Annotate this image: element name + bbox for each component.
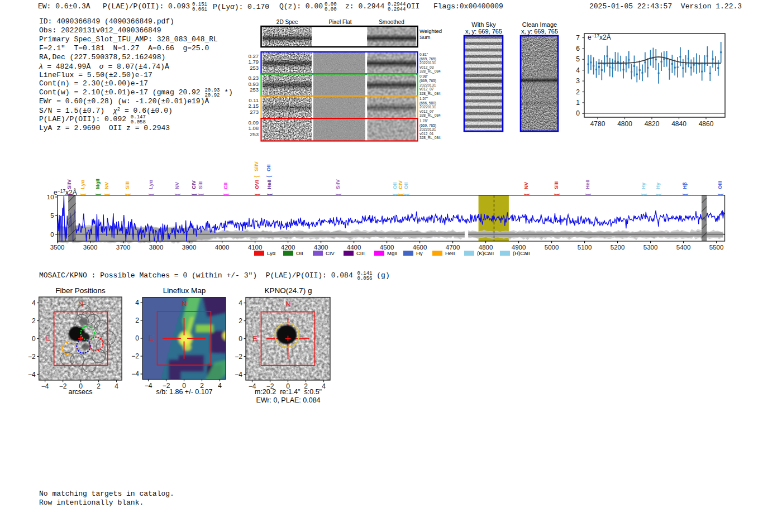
svg-text:4: 4 bbox=[115, 382, 118, 390]
svg-text:e−17x2Å: e−17x2Å bbox=[588, 33, 611, 41]
svg-text:3700: 3700 bbox=[116, 244, 131, 251]
svg-text:4840: 4840 bbox=[671, 120, 686, 128]
svg-text:−2: −2 bbox=[235, 353, 242, 361]
svg-text:5: 5 bbox=[50, 212, 54, 219]
svg-text:4200: 4200 bbox=[281, 244, 295, 251]
svg-text:4: 4 bbox=[135, 299, 139, 306]
svg-text:−2: −2 bbox=[59, 382, 67, 390]
svg-text:0: 0 bbox=[576, 109, 580, 117]
svg-text:2: 2 bbox=[97, 382, 101, 390]
svg-text:4780: 4780 bbox=[590, 120, 605, 128]
svg-text:3800: 3800 bbox=[149, 244, 164, 251]
svg-text:4: 4 bbox=[239, 299, 242, 307]
svg-text:2: 2 bbox=[576, 88, 580, 96]
svg-text:−2: −2 bbox=[131, 352, 139, 360]
svg-text:5400: 5400 bbox=[676, 244, 691, 251]
svg-text:0: 0 bbox=[239, 335, 242, 343]
svg-text:e−17x2Å: e−17x2Å bbox=[54, 188, 77, 196]
svg-text:5000: 5000 bbox=[545, 244, 559, 251]
svg-text:−4: −4 bbox=[145, 382, 152, 390]
svg-text:6: 6 bbox=[576, 45, 580, 52]
svg-text:5300: 5300 bbox=[643, 244, 658, 251]
svg-text:−2: −2 bbox=[28, 353, 36, 361]
svg-text:3500: 3500 bbox=[50, 244, 65, 251]
svg-text:3: 3 bbox=[576, 77, 580, 85]
svg-text:2: 2 bbox=[135, 317, 139, 324]
svg-text:4860: 4860 bbox=[699, 120, 714, 128]
svg-text:4000: 4000 bbox=[215, 244, 230, 251]
svg-text:1: 1 bbox=[576, 99, 580, 107]
svg-text:4: 4 bbox=[576, 66, 580, 74]
svg-text:2: 2 bbox=[239, 317, 242, 325]
svg-text:5100: 5100 bbox=[578, 244, 592, 251]
svg-text:4: 4 bbox=[322, 382, 326, 390]
svg-text:4100: 4100 bbox=[248, 244, 263, 251]
svg-text:−4: −4 bbox=[235, 371, 242, 378]
svg-text:10: 10 bbox=[47, 194, 54, 200]
svg-text:5: 5 bbox=[576, 55, 580, 63]
svg-text:4800: 4800 bbox=[617, 120, 632, 128]
svg-text:−4: −4 bbox=[41, 382, 49, 390]
svg-text:3900: 3900 bbox=[182, 244, 197, 251]
svg-text:0: 0 bbox=[32, 335, 36, 343]
svg-text:4: 4 bbox=[32, 299, 36, 307]
svg-text:−4: −4 bbox=[131, 370, 139, 378]
svg-text:3600: 3600 bbox=[83, 244, 98, 251]
svg-text:5200: 5200 bbox=[611, 244, 625, 251]
svg-text:5500: 5500 bbox=[709, 244, 724, 251]
svg-text:0: 0 bbox=[50, 231, 54, 238]
svg-text:7: 7 bbox=[576, 34, 580, 42]
svg-text:4820: 4820 bbox=[645, 120, 660, 128]
svg-text:2: 2 bbox=[32, 317, 36, 325]
svg-text:0: 0 bbox=[135, 334, 139, 342]
svg-text:−4: −4 bbox=[28, 371, 36, 378]
svg-text:4: 4 bbox=[218, 382, 222, 390]
